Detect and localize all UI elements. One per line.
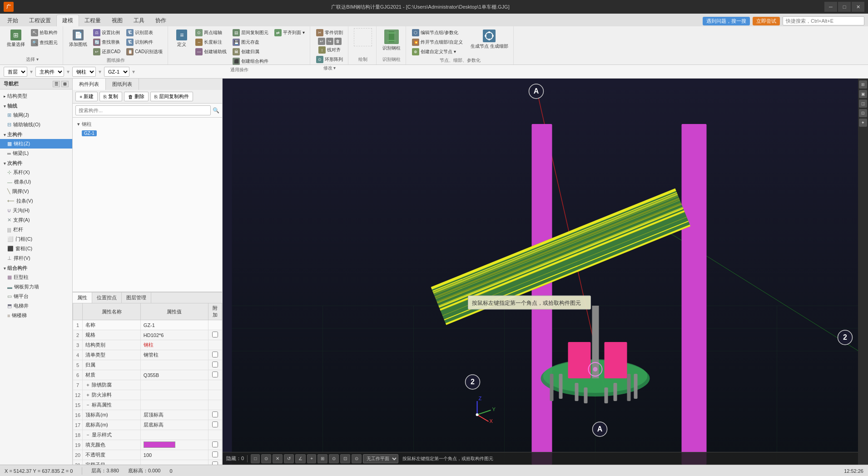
recognize-steel-col-button[interactable]: 识别钢柱 (380, 28, 403, 53)
explode-node-button[interactable]: 💥 炸开节点细部/自定义 (410, 38, 465, 47)
vp-circ2-btn[interactable]: ⊙ (329, 454, 339, 463)
table-row[interactable]: 7 ＋除锈防腐 (73, 380, 222, 390)
component-select[interactable]: 钢柱 (72, 67, 96, 77)
undo-icon[interactable]: ↩ (318, 38, 325, 45)
nav-item-steel-stair[interactable]: ≡ 钢楼梯 (0, 311, 72, 320)
create-combo-button[interactable]: ⬛ 创建组合构件 (230, 57, 271, 66)
vp-x-btn[interactable]: ✕ (273, 454, 283, 463)
nav-item-tie[interactable]: ⟵ 拉条(V) (0, 196, 72, 206)
vp-circle-btn[interactable]: ⊙ (261, 454, 271, 463)
nav-item-gutter[interactable]: ∪ 天沟(H) (0, 206, 72, 215)
nav-item-prop[interactable]: ⊥ 撑杆(V) (0, 253, 72, 263)
tab-project-settings[interactable]: 工程设置 (24, 15, 56, 26)
align-face-button[interactable]: ⇄ 平齐到面 ▾ (272, 28, 307, 37)
floor-select[interactable]: 首层 (4, 67, 27, 77)
vp-right-btn-5[interactable]: ✦ (859, 119, 867, 127)
restore-cad-button[interactable]: ↩ 还原CAD (91, 47, 123, 56)
nav-item-steel-platform[interactable]: ▭ 钢平台 (0, 292, 72, 301)
try-now-button[interactable]: 立即尝试 (753, 17, 780, 25)
redo-icon[interactable]: ↪ (326, 38, 333, 45)
extra-check-6[interactable] (212, 372, 218, 377)
expand-12-icon[interactable]: ＋ (85, 392, 90, 397)
extra-check-17[interactable] (212, 421, 218, 427)
nav-main-group[interactable]: ▾ 主构件 (0, 129, 72, 139)
nav-item-steel-beam[interactable]: ═ 钢梁(L) (0, 149, 72, 158)
quick-search-input[interactable] (783, 16, 864, 25)
nav-item-steel-col[interactable]: ▦ 钢柱(Z) (0, 139, 72, 149)
table-row[interactable]: 12 ＋防火涂料 (73, 390, 222, 400)
two-point-button[interactable]: ⊙ 两点端轴 (193, 28, 229, 37)
table-row[interactable]: 21 定额子目 (73, 460, 222, 465)
set-scale-button[interactable]: ⚖ 设置比例 (91, 28, 123, 37)
collapse-18-icon[interactable]: － (85, 432, 90, 437)
nav-item-railing[interactable]: ||| 栏杆 (0, 225, 72, 234)
table-row[interactable]: 16 顶标高(m) 层顶标高 (73, 410, 222, 420)
expand-7-icon[interactable]: ＋ (85, 382, 90, 387)
nav-item-grid[interactable]: ⊞ 轴网(J) (0, 110, 72, 120)
tab-start[interactable]: 开始 (2, 15, 24, 26)
table-row[interactable]: 6 材质 Q355B (73, 370, 222, 380)
nav-item-elevator[interactable]: ⬒ 电梯井 (0, 301, 72, 311)
extra-check-20[interactable] (212, 451, 218, 457)
length-label-button[interactable]: ↔ 长度标注 (193, 38, 229, 47)
vp-rect-btn[interactable]: □ (251, 454, 260, 463)
table-row[interactable]: 4 清单类型 钢管柱 (73, 350, 222, 360)
nav-secondary-group[interactable]: ▾ 次构件 (0, 158, 72, 168)
table-row[interactable]: 2 规格 HD102*6 (73, 330, 222, 340)
comp-group-steel-col[interactable]: ▾ 钢柱 (73, 119, 222, 129)
nav-item-door-frame[interactable]: ⬜ 门框(C) (0, 234, 72, 244)
nav-item-aux-axis[interactable]: ⊟ 辅助轴线(O) (0, 120, 72, 129)
tab-view[interactable]: 视图 (106, 15, 128, 26)
vp-plus-btn[interactable]: + (307, 454, 316, 463)
delete-component-button[interactable]: 🗑 删除 (124, 92, 149, 101)
vp-angle-btn[interactable]: ∠ (295, 454, 306, 463)
minimize-button[interactable]: ─ (824, 2, 837, 12)
collapse-15-icon[interactable]: － (85, 402, 90, 407)
vp-right-btn-3[interactable]: ◫ (859, 99, 867, 108)
vp-rotate-btn[interactable]: ↺ (284, 454, 294, 463)
tab-drawing-list[interactable]: 图纸列表 (106, 79, 139, 90)
search-issue-button[interactable]: 遇到问题，搜一搜 (703, 17, 750, 25)
tab-tools[interactable]: 工具 (128, 15, 150, 26)
nav-item-window-frame[interactable]: ⬛ 窗框(C) (0, 244, 72, 253)
vp-grid-btn[interactable]: ⊞ (317, 454, 327, 463)
table-row[interactable]: 18 －显示样式 (73, 430, 222, 440)
table-row[interactable]: 20 不透明度 100 (73, 450, 222, 460)
table-row[interactable]: 19 填充颜色 (73, 440, 222, 450)
vp-right-btn-4[interactable]: ⊡ (859, 109, 867, 117)
table-row[interactable]: 1 名称 GZ-1 (73, 320, 222, 330)
edit-node-button[interactable]: ⬡ 编辑节点组/参数化 (410, 28, 465, 37)
vp-view-btn[interactable]: ⊙ (352, 454, 362, 463)
work-plane-select[interactable]: 无工作平面 (363, 454, 398, 463)
spec-select[interactable]: GZ-1 (104, 67, 129, 77)
recognize-comp-button[interactable]: 🏗 识别构件 (124, 38, 165, 47)
new-component-button[interactable]: + 新建 (75, 92, 98, 101)
find-replace-button[interactable]: 🔄 查找替换 (91, 38, 123, 47)
line-align-button[interactable]: ↕ 线对齐 (316, 45, 343, 55)
extra-check-16[interactable] (212, 412, 218, 417)
tab-attributes[interactable]: 属性 (73, 293, 92, 303)
nav-combo-group[interactable]: ▾ 组合构件 (0, 263, 72, 273)
create-aux-button[interactable]: — 创建辅助线 (193, 47, 229, 56)
nav-axis-group[interactable]: ▾ 轴线 (0, 101, 72, 110)
extra-check-21[interactable] (212, 461, 218, 465)
save-element-button[interactable]: 💾 图元存盘 (230, 38, 271, 47)
vp-layer-btn[interactable]: ⊡ (340, 454, 350, 463)
extra-check-2[interactable] (212, 332, 218, 337)
tab-quantity[interactable]: 工程量 (79, 15, 106, 26)
close-button[interactable]: ✕ (852, 2, 864, 12)
part-cut-button[interactable]: ✂ 零件切割 (314, 28, 345, 37)
vp-right-btn-2[interactable]: ▣ (859, 90, 867, 98)
circular-array-button[interactable]: ⊙ 环形阵列 (314, 55, 345, 64)
tab-layer-manage[interactable]: 图层管理 (122, 293, 151, 303)
tab-modeling[interactable]: 建模 (56, 15, 79, 26)
table-row[interactable]: 15 －标高属性 (73, 400, 222, 410)
list-view-btn[interactable]: ☰ (53, 81, 60, 87)
list-item-gz1[interactable]: GZ-1 (73, 129, 222, 138)
color-swatch-19[interactable] (144, 441, 175, 448)
nav-structural-type[interactable]: ▸ 结构类型 (0, 91, 72, 101)
extra-check-19[interactable] (212, 441, 218, 447)
nav-item-steel-shear[interactable]: ▬ 钢板剪力墙 (0, 282, 72, 292)
tab-collaborate[interactable]: 协作 (150, 15, 172, 26)
nav-item-purlin[interactable]: — 檩条(U) (0, 177, 72, 187)
